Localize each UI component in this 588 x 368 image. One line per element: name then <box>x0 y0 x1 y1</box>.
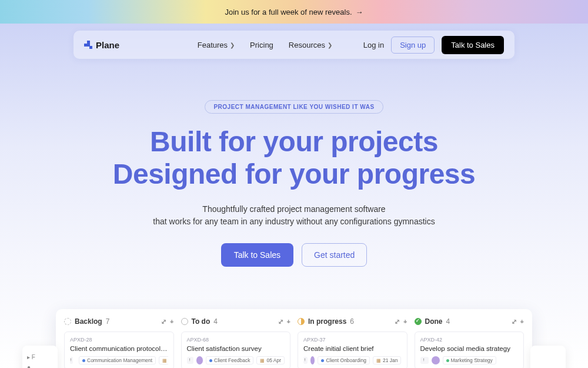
nav-actions: Log in Sign up Talk to Sales <box>363 36 504 54</box>
brand-logo[interactable]: Plane <box>84 40 119 50</box>
brand-name: Plane <box>96 40 119 50</box>
hero-section: PROJECT MANAGEMENT LIKE YOU WISHED IT WA… <box>0 66 588 267</box>
calendar-icon: ▦ <box>376 358 381 363</box>
tag-dot-icon <box>209 359 212 362</box>
main-nav: Plane Features ❯ Pricing Resources ❯ Log… <box>74 31 514 59</box>
hero-pill: PROJECT MANAGEMENT LIKE YOU WISHED IT WA… <box>205 100 383 114</box>
card-meta: ⠇Communication Management▦18 Jan <box>70 356 168 364</box>
nav-link-features[interactable]: Features ❯ <box>198 41 235 49</box>
card-title: Client satisfaction survey <box>187 345 285 352</box>
label-tag[interactable]: Marketing Strategy <box>443 356 496 364</box>
hero-headline: Built for your projects Designed for you… <box>0 125 588 190</box>
card-meta: ⠇Client Onboarding▦21 Jan <box>303 356 402 364</box>
collapse-icon[interactable]: ⤢ <box>278 318 283 326</box>
column-count: 4 <box>446 317 450 326</box>
collapse-icon[interactable]: ⤢ <box>512 318 517 326</box>
priority-icon: ⠇ <box>420 357 429 364</box>
due-date[interactable]: ▦21 Jan <box>373 356 402 364</box>
column-done: Done4⤢+APXD-42Develop social media strat… <box>415 317 524 368</box>
card-title: Develop social media strategy <box>420 345 519 352</box>
side-preview-right <box>530 346 566 368</box>
kanban-card[interactable]: APXD-42Develop social media strategy⠇Mar… <box>415 331 524 368</box>
due-date[interactable]: ▦18 Jan <box>159 356 168 364</box>
label-tag[interactable]: Client Feedback <box>206 356 253 364</box>
card-meta: ⠇Client Feedback▦05 Apr <box>187 356 285 364</box>
nav-link-pricing[interactable]: Pricing <box>250 41 273 49</box>
column-count: 4 <box>213 317 218 326</box>
nav-link-resources[interactable]: Resources ❯ <box>289 41 332 49</box>
plane-logo-icon <box>84 41 92 49</box>
card-id: APXD-42 <box>420 337 519 343</box>
side-preview-left: ▸ F ● Pro <box>22 346 58 368</box>
card-title: Create initial client brief <box>303 345 402 352</box>
card-id: APXD-28 <box>70 337 168 343</box>
svg-rect-0 <box>84 44 87 47</box>
column-header: Done4⤢+ <box>415 317 524 326</box>
column-count: 6 <box>350 317 354 326</box>
login-link[interactable]: Log in <box>363 41 384 49</box>
column-progress: In progress6⤢+APXD-37Create initial clie… <box>298 317 407 368</box>
assignee-avatar[interactable] <box>432 356 440 364</box>
label-tag[interactable]: Client Onboarding <box>318 356 370 364</box>
priority-icon: ⠇ <box>303 357 308 364</box>
banner-text: Join us for a full week of new reveals. <box>225 8 352 16</box>
talk-to-sales-nav-button[interactable]: Talk to Sales <box>442 36 504 54</box>
nav-container: Plane Features ❯ Pricing Resources ❯ Log… <box>0 24 588 66</box>
status-done-icon <box>415 318 422 325</box>
talk-to-sales-button[interactable]: Talk to Sales <box>221 243 293 267</box>
calendar-icon: ▦ <box>162 358 167 363</box>
kanban-board: Backlog7⤢+APXD-28Client communication pr… <box>56 309 532 368</box>
column-header: Backlog7⤢+ <box>64 317 174 326</box>
status-backlog-icon <box>64 318 71 325</box>
collapse-icon[interactable]: ⤢ <box>395 318 400 326</box>
assignee-avatar[interactable] <box>310 356 315 364</box>
status-todo-icon <box>181 318 188 325</box>
kanban-card[interactable]: APXD-28Client communication protocol set… <box>64 331 174 368</box>
arrow-right-icon: → <box>356 8 363 16</box>
cta-row: Talk to Sales Get started <box>0 243 588 267</box>
column-header: To do4⤢+ <box>181 317 291 326</box>
announcement-banner[interactable]: Join us for a full week of new reveals. … <box>0 0 588 24</box>
nav-links: Features ❯ Pricing Resources ❯ <box>151 41 332 49</box>
chevron-down-icon: ❯ <box>230 42 235 48</box>
signup-button[interactable]: Sign up <box>391 37 435 54</box>
card-meta: ⠇Marketing Strategy <box>420 356 519 364</box>
assignee-avatar[interactable] <box>196 356 203 364</box>
svg-rect-3 <box>89 46 92 49</box>
column-count: 7 <box>106 317 110 326</box>
calendar-icon: ▦ <box>260 358 265 363</box>
status-progress-icon <box>298 318 305 325</box>
kanban-card[interactable]: APXD-37Create initial client brief⠇Clien… <box>298 331 407 368</box>
column-label: In progress <box>308 317 346 326</box>
card-id: APXD-68 <box>187 337 285 343</box>
get-started-button[interactable]: Get started <box>302 243 367 267</box>
chevron-down-icon: ❯ <box>328 42 332 48</box>
column-label: Done <box>425 317 443 326</box>
column-todo: To do4⤢+APXD-68Client satisfaction surve… <box>181 317 291 368</box>
priority-icon: ⠇ <box>187 357 193 364</box>
due-date[interactable]: ▦05 Apr <box>256 356 285 364</box>
board-preview-wrap: ▸ F ● Pro Backlog7⤢+APXD-28Client commun… <box>0 309 588 368</box>
column-header: In progress6⤢+ <box>298 317 407 326</box>
kanban-card[interactable]: APXD-68Client satisfaction survey⠇Client… <box>181 331 291 368</box>
add-card-icon[interactable]: + <box>403 318 407 325</box>
card-id: APXD-37 <box>303 337 402 343</box>
tag-dot-icon <box>82 359 85 362</box>
tag-dot-icon <box>321 359 324 362</box>
svg-rect-1 <box>87 41 90 44</box>
priority-icon: ⠇ <box>70 357 73 364</box>
label-tag[interactable]: Communication Management <box>79 356 156 364</box>
add-card-icon[interactable]: + <box>170 318 173 325</box>
add-card-icon[interactable]: + <box>287 318 290 325</box>
add-card-icon[interactable]: + <box>520 318 524 325</box>
column-label: Backlog <box>75 317 102 326</box>
hero-subtitle: Thoughtfully crafted project management … <box>0 203 588 228</box>
card-title: Client communication protocol setup <box>70 345 168 352</box>
collapse-icon[interactable]: ⤢ <box>161 318 166 326</box>
tag-dot-icon <box>446 359 449 362</box>
column-label: To do <box>192 317 211 326</box>
column-backlog: Backlog7⤢+APXD-28Client communication pr… <box>64 317 174 368</box>
